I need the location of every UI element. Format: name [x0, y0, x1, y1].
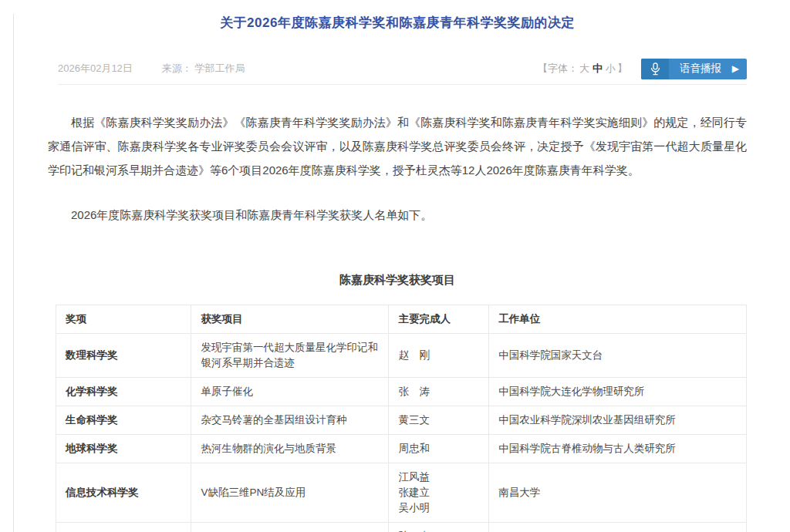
font-size-medium[interactable]: 中 [592, 62, 603, 74]
page-title: 关于2026年度陈嘉庚科学奖和陈嘉庚青年科学奖奖励的决定 [48, 14, 747, 32]
person-name: 张 涛 [398, 384, 479, 399]
paragraph: 2026年度陈嘉庚科学奖获奖项目和陈嘉庚青年科学奖获奖人名单如下。 [48, 203, 747, 227]
org-cell: 南京理工大学 [489, 523, 747, 532]
person-name: 江风益 [398, 470, 479, 485]
source: 来源： 学部工作局 [162, 62, 245, 76]
font-size-suffix: 】 [617, 62, 627, 74]
table-row: 信息技术科学奖V缺陷三维PN结及应用江风益张建立吴小明南昌大学 [56, 463, 747, 523]
person-name: 张建立 [398, 485, 479, 500]
person-name: 吴小明 [398, 500, 479, 516]
project-cell: 发现宇宙第一代超大质量星化学印记和银河系早期并合遗迹 [191, 334, 389, 378]
header-divider [58, 84, 747, 85]
org-cell: 中国农业科学院深圳农业基因组研究所 [489, 406, 747, 435]
people-cell: 张 涛 [389, 378, 489, 406]
people-cell: 黄三文 [389, 406, 489, 435]
people-cell: 陈 光祁志祥陈 旸 [389, 523, 489, 532]
award-cell: 信息技术科学奖 [56, 463, 191, 523]
table-row: 化学科学奖单原子催化张 涛中国科学院大连化学物理研究所 [56, 378, 747, 406]
project-cell: 热河生物群的演化与地质背景 [191, 435, 389, 463]
voice-broadcast-button[interactable]: 语音播报 ▶ [641, 59, 747, 79]
article-page: 关于2026年度陈嘉庚科学奖和陈嘉庚青年科学奖奖励的决定 2026年02月12日… [0, 14, 790, 532]
org-cell: 中国科学院古脊椎动物与古人类研究所 [489, 435, 747, 463]
source-value: 学部工作局 [194, 62, 245, 74]
people-cell: 江风益张建立吴小明 [389, 463, 489, 523]
table-row: 生命科学奖杂交马铃薯的全基因组设计育种黄三文中国农业科学院深圳农业基因组研究所 [56, 406, 747, 435]
font-size-large[interactable]: 大 [579, 62, 589, 74]
award-cell: 数理科学奖 [56, 334, 191, 378]
font-size-small[interactable]: 小 [606, 62, 616, 74]
people-cell: 赵 刚 [389, 334, 489, 378]
play-icon[interactable]: ▶ [732, 64, 739, 73]
project-cell: 杂交马铃薯的全基因组设计育种 [191, 406, 389, 435]
person-name: 陈 光 [398, 529, 479, 532]
award-cell: 技术科学奖 [56, 523, 191, 532]
person-name: 黄三文 [398, 412, 479, 428]
publish-date: 2026年02月12日 [58, 62, 133, 76]
header-award: 奖项 [56, 305, 191, 334]
table-row: 技术科学奖空天动力轻质耐热TiAl单晶原理、技术与应用陈 光祁志祥陈 旸南京理工… [56, 523, 747, 532]
paragraph: 根据《陈嘉庚科学奖奖励办法》《陈嘉庚青年科学奖奖励办法》和《陈嘉庚科学奖和陈嘉庚… [48, 110, 747, 182]
award-table-body: 数理科学奖发现宇宙第一代超大质量星化学印记和银河系早期并合遗迹赵 刚中国科学院国… [56, 334, 747, 532]
table-row: 数理科学奖发现宇宙第一代超大质量星化学印记和银河系早期并合遗迹赵 刚中国科学院国… [56, 334, 747, 378]
award-cell: 生命科学奖 [56, 406, 191, 435]
font-size-prefix: 【字体： [538, 62, 578, 74]
source-label: 来源： [162, 62, 192, 74]
article-body: 根据《陈嘉庚科学奖奖励办法》《陈嘉庚青年科学奖奖励办法》和《陈嘉庚科学奖和陈嘉庚… [48, 110, 747, 227]
article-meta-bar: 2026年02月12日 来源： 学部工作局 【字体：大中小】 语音播报 ▶ [48, 58, 747, 79]
left-border-line [13, 14, 14, 532]
person-name: 赵 刚 [398, 348, 479, 363]
org-cell: 中国科学院大连化学物理研究所 [489, 378, 747, 406]
award-cell: 地球科学奖 [56, 435, 191, 463]
header-project: 获奖项目 [191, 305, 389, 334]
microphone-icon [641, 59, 669, 79]
table-row: 地球科学奖热河生物群的演化与地质背景周忠和中国科学院古脊椎动物与古人类研究所 [56, 435, 747, 463]
project-cell: 单原子催化 [191, 378, 389, 406]
voice-broadcast-label: 语音播报 [669, 62, 732, 76]
table-header-row: 奖项 获奖项目 主要完成人 工作单位 [56, 305, 747, 334]
project-cell: V缺陷三维PN结及应用 [191, 463, 389, 523]
table-caption: 陈嘉庚科学奖获奖项目 [48, 273, 747, 288]
org-cell: 南昌大学 [489, 463, 747, 523]
header-people: 主要完成人 [389, 305, 489, 334]
people-cell: 周忠和 [389, 435, 489, 463]
award-table: 奖项 获奖项目 主要完成人 工作单位 数理科学奖发现宇宙第一代超大质量星化学印记… [56, 305, 747, 532]
award-cell: 化学科学奖 [56, 378, 191, 406]
project-cell: 空天动力轻质耐热TiAl单晶原理、技术与应用 [191, 523, 389, 532]
font-size-widget: 【字体：大中小】 [538, 62, 627, 76]
person-name: 周忠和 [398, 441, 479, 456]
org-cell: 中国科学院国家天文台 [489, 334, 747, 378]
header-org: 工作单位 [489, 305, 747, 334]
